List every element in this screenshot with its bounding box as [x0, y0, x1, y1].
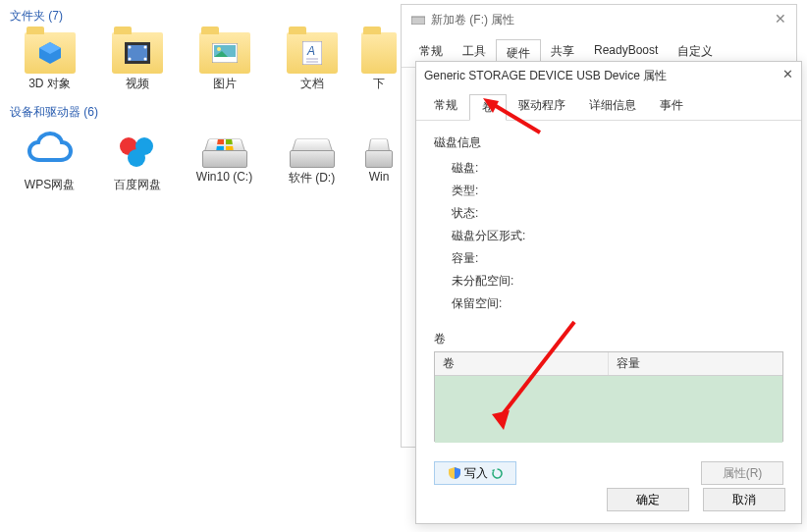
svg-point-18	[128, 149, 145, 167]
disk-info-title: 磁盘信息	[434, 134, 783, 151]
cube-icon	[37, 40, 63, 66]
close-icon[interactable]: ✕	[775, 11, 786, 27]
populate-label: 写入	[464, 465, 488, 482]
ok-button[interactable]: 确定	[607, 488, 689, 511]
populate-button[interactable]: 写入	[434, 461, 516, 485]
drive-grid: WPS网盘 百度网盘 Win10 (C:) 软件 (D:) Win	[0, 125, 422, 197]
drive-wps[interactable]: WPS网盘	[8, 129, 91, 193]
folders-header: 文件夹 (7)	[0, 0, 422, 28]
folder-pictures[interactable]: 图片	[183, 32, 266, 92]
row-type: 类型:	[434, 180, 783, 202]
svg-point-5	[128, 58, 131, 61]
tab-strip-front: 常规 卷 驱动程序 详细信息 事件	[416, 89, 801, 121]
row-unalloc: 未分配空间:	[434, 270, 783, 293]
cancel-button[interactable]: 取消	[703, 488, 785, 511]
baidu-icon	[111, 129, 164, 172]
volumes-body	[435, 376, 782, 443]
cloud-icon	[24, 129, 77, 172]
drive-baidu[interactable]: 百度网盘	[95, 129, 179, 193]
row-status: 状态:	[434, 202, 783, 225]
film-icon	[125, 42, 150, 64]
drive-partial[interactable]: Win	[357, 129, 401, 193]
tab-driver[interactable]: 驱动程序	[507, 93, 577, 120]
row-reserved: 保留空间:	[434, 293, 783, 315]
drive-small-icon	[411, 15, 425, 25]
folder-3d-objects[interactable]: 3D 对象	[8, 32, 91, 92]
volumes-title: 卷	[434, 331, 783, 347]
svg-point-6	[143, 46, 146, 49]
folder-grid: 3D 对象 视频 图片 A 文档 下	[0, 28, 422, 96]
property-button[interactable]: 属性(R)	[701, 461, 783, 485]
tab-events[interactable]: 事件	[648, 93, 695, 120]
svg-rect-23	[411, 17, 425, 25]
folder-documents[interactable]: A 文档	[270, 32, 353, 92]
doc-icon: A	[302, 41, 322, 65]
drives-header: 设备和驱动器 (6)	[0, 96, 422, 125]
shield-icon	[449, 467, 460, 479]
dialog-title: 新加卷 (F:) 属性	[431, 5, 514, 34]
col-volume[interactable]: 卷	[435, 352, 609, 375]
row-capacity: 容量:	[434, 247, 783, 270]
drive-d[interactable]: 软件 (D:)	[270, 129, 353, 193]
picture-icon	[212, 43, 238, 63]
dialog-title: Generic STORAGE DEVICE USB Device 属性	[424, 68, 667, 84]
tab-details[interactable]: 详细信息	[577, 93, 648, 120]
drive-c[interactable]: Win10 (C:)	[183, 129, 266, 193]
volumes-table[interactable]: 卷 容量	[434, 351, 783, 442]
refresh-icon	[492, 468, 503, 479]
volumes-group: 卷 卷 容量	[434, 331, 783, 442]
col-capacity[interactable]: 容量	[609, 352, 782, 375]
tab-general[interactable]: 常规	[422, 93, 469, 120]
svg-point-7	[143, 58, 146, 61]
folder-videos[interactable]: 视频	[95, 32, 179, 92]
svg-text:A: A	[306, 44, 315, 58]
svg-rect-19	[217, 139, 224, 144]
close-icon[interactable]: ✕	[782, 67, 793, 81]
svg-rect-20	[225, 139, 232, 144]
disk-info-group: 磁盘信息 磁盘: 类型: 状态: 磁盘分区形式: 容量: 未分配空间: 保留空间…	[434, 131, 783, 325]
svg-point-10	[217, 47, 221, 51]
svg-point-4	[128, 46, 131, 49]
row-disk: 磁盘:	[434, 157, 783, 180]
file-explorer-pane: 文件夹 (7) 3D 对象 视频 图片 A 文档 下 设备和驱动器 (6)	[0, 0, 422, 197]
row-partition: 磁盘分区形式:	[434, 225, 783, 247]
tab-volumes[interactable]: 卷	[469, 94, 507, 121]
folder-downloads-partial[interactable]: 下	[357, 32, 401, 92]
properties-dialog-device: Generic STORAGE DEVICE USB Device 属性 ✕ 常…	[415, 61, 802, 524]
